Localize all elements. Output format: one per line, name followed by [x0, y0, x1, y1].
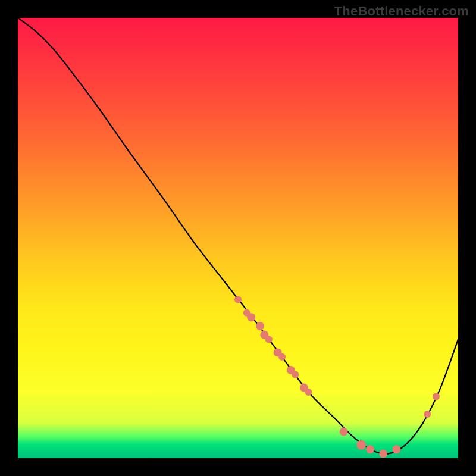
chart-svg	[18, 18, 458, 458]
curve-marker	[356, 440, 366, 450]
curve-marker	[366, 445, 374, 453]
plot-area	[18, 18, 458, 458]
curve-marker	[234, 296, 242, 303]
curve-marker	[379, 450, 387, 458]
curve-marker	[256, 322, 264, 330]
curve-marker	[424, 411, 431, 418]
curve-marker	[247, 313, 255, 321]
curve-marker	[433, 393, 440, 400]
curve-marker	[392, 445, 400, 453]
curve-marker	[305, 389, 312, 396]
curve-markers	[234, 296, 440, 458]
chart-container: TheBottlenecker.com	[0, 0, 476, 476]
watermark-text: TheBottlenecker.com	[334, 4, 469, 19]
curve-marker	[265, 336, 273, 343]
curve-marker	[292, 371, 299, 378]
curve-marker	[278, 353, 286, 361]
bottleneck-curve	[18, 18, 458, 454]
curve-marker	[340, 428, 348, 436]
